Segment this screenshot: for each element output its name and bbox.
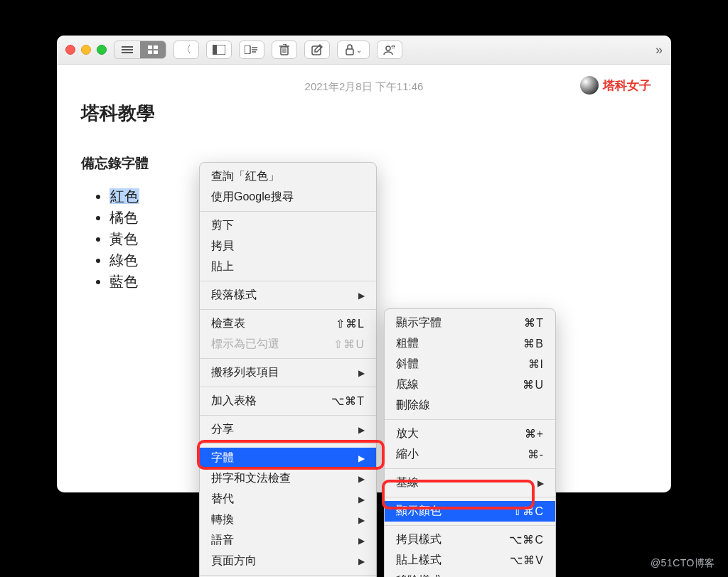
submenu-show-colors[interactable]: 顯示顏色⇧⌘C	[385, 501, 555, 522]
trash-icon[interactable]	[272, 41, 297, 59]
svg-rect-8	[213, 45, 217, 55]
svg-rect-5	[148, 50, 152, 54]
collaborate-icon[interactable]	[377, 41, 402, 59]
submenu-baseline[interactable]: 基線▶	[385, 473, 555, 493]
svg-rect-11	[312, 46, 321, 55]
submenu-remove-style[interactable]: 移除樣式	[385, 571, 555, 577]
chevron-right-icon: ▶	[358, 453, 365, 463]
svg-rect-6	[154, 50, 158, 54]
svg-rect-4	[154, 45, 158, 49]
menu-paste[interactable]: 貼上	[200, 257, 376, 277]
maximize-window-button[interactable]	[97, 45, 107, 55]
chevron-right-icon: ▶	[358, 495, 365, 505]
svg-rect-0	[122, 46, 133, 48]
chevron-right-icon: ▶	[358, 425, 365, 435]
list-item[interactable]: 黃色	[109, 228, 647, 249]
submenu-copy-style[interactable]: 拷貝樣式⌥⌘C	[385, 529, 555, 550]
note-title[interactable]: 塔科教學	[81, 101, 647, 126]
brand-watermark: 塔科女子	[580, 76, 651, 95]
attachments-icon[interactable]	[239, 41, 264, 59]
window-titlebar: 〈 ⌄ »	[57, 36, 671, 65]
menu-transform[interactable]: 轉換▶	[200, 509, 376, 530]
svg-point-13	[386, 46, 390, 50]
context-menu[interactable]: 查詢「紅色」 使用Google搜尋 剪下 拷貝 貼上 段落樣式▶ 檢查表⇧⌘L …	[199, 162, 377, 577]
submenu-strike[interactable]: 刪除線	[385, 395, 555, 416]
chevron-right-icon: ▶	[358, 368, 365, 378]
page-watermark: @51CTO博客	[651, 557, 715, 570]
window-controls	[65, 45, 107, 55]
menu-page-direction[interactable]: 頁面方向▶	[200, 551, 376, 571]
list-item[interactable]: 橘色	[109, 207, 647, 228]
selected-text[interactable]: 紅色	[109, 188, 139, 204]
menu-cut[interactable]: 剪下	[200, 215, 376, 236]
overflow-icon[interactable]: »	[655, 43, 663, 58]
view-toggle[interactable]	[114, 41, 166, 59]
submenu-bold[interactable]: 粗體⌘B	[385, 333, 555, 354]
svg-rect-12	[346, 49, 353, 55]
chevron-right-icon: ▶	[358, 556, 365, 566]
svg-rect-1	[122, 49, 133, 50]
list-view-icon[interactable]	[114, 41, 140, 58]
submenu-bigger[interactable]: 放大⌘+	[385, 424, 555, 444]
submenu-italic[interactable]: 斜體⌘I	[385, 354, 555, 374]
sidebar-toggle-icon[interactable]	[206, 41, 232, 59]
close-window-button[interactable]	[65, 45, 75, 55]
back-button[interactable]: 〈	[173, 41, 199, 59]
compose-icon[interactable]	[304, 41, 330, 59]
list-item[interactable]: 藍色	[109, 271, 647, 292]
brand-logo-icon	[580, 76, 599, 95]
svg-rect-2	[122, 52, 133, 53]
chevron-right-icon: ▶	[358, 536, 365, 546]
menu-checklist[interactable]: 檢查表⇧⌘L	[200, 313, 376, 334]
svg-rect-3	[148, 45, 152, 49]
font-submenu[interactable]: 顯示字體⌘T 粗體⌘B 斜體⌘I 底線⌘U 刪除線 放大⌘+ 縮小⌘- 基線▶ …	[384, 308, 556, 577]
menu-mark-checked: 標示為已勾選⇧⌘U	[200, 334, 376, 355]
menu-move-list-item[interactable]: 搬移列表項目▶	[200, 362, 376, 383]
menu-add-table[interactable]: 加入表格⌥⌘T	[200, 391, 376, 411]
note-timestamp: 2021年2月8日 下午11:46	[81, 80, 647, 94]
menu-google-search[interactable]: 使用Google搜尋	[200, 187, 376, 207]
submenu-underline[interactable]: 底線⌘U	[385, 374, 555, 395]
menu-paragraph-style[interactable]: 段落樣式▶	[200, 285, 376, 306]
svg-rect-9	[245, 45, 250, 54]
menu-font[interactable]: 字體▶	[200, 448, 376, 468]
grid-view-icon[interactable]	[140, 41, 166, 58]
menu-substitute[interactable]: 替代▶	[200, 489, 376, 509]
chevron-right-icon: ▶	[537, 478, 544, 488]
list-item[interactable]: 紅色	[109, 185, 647, 207]
submenu-paste-style[interactable]: 貼上樣式⌥⌘V	[385, 550, 555, 571]
menu-copy[interactable]: 拷貝	[200, 236, 376, 257]
submenu-show-fonts[interactable]: 顯示字體⌘T	[385, 313, 555, 333]
minimize-window-button[interactable]	[81, 45, 91, 55]
chevron-right-icon: ▶	[358, 291, 365, 301]
menu-lookup[interactable]: 查詢「紅色」	[200, 166, 376, 187]
chevron-right-icon: ▶	[358, 515, 365, 525]
menu-spellcheck[interactable]: 拼字和文法檢查▶	[200, 468, 376, 489]
menu-speech[interactable]: 語音▶	[200, 530, 376, 551]
menu-share[interactable]: 分享▶	[200, 419, 376, 440]
lock-icon[interactable]: ⌄	[337, 41, 370, 59]
chevron-right-icon: ▶	[358, 474, 365, 484]
submenu-smaller[interactable]: 縮小⌘-	[385, 444, 555, 465]
list-item[interactable]: 綠色	[109, 249, 647, 271]
